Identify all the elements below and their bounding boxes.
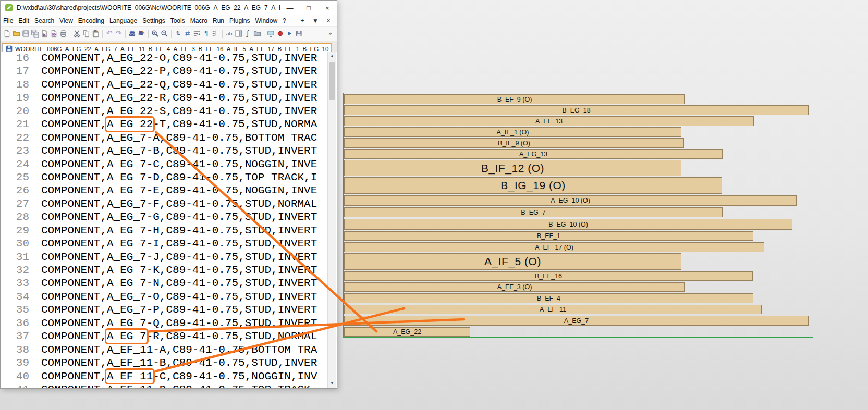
notepadpp-icon: [4, 3, 14, 13]
code-text[interactable]: COMPONENT,A_EG_22-S,C89-41-0.75,STUD,INV…: [41, 105, 317, 118]
menu-encoding[interactable]: Encoding: [76, 16, 107, 26]
code-text[interactable]: COMPONENT,A_EG_22-Q,C89-41-0.75,STUD,INV…: [41, 78, 317, 91]
menu-plugins[interactable]: Plugins: [227, 16, 252, 26]
menu-language[interactable]: Language: [107, 16, 140, 26]
diagram-bar: B_EG_7: [344, 207, 723, 217]
code-text[interactable]: COMPONENT,A_EG_7-P,C89-41-0.75,STUD,INVE…: [41, 303, 317, 316]
menu-search[interactable]: Search: [32, 16, 57, 26]
playback-macro-icon[interactable]: [285, 29, 294, 39]
code-text[interactable]: COMPONENT,A_EG_7-F,C89-41-0.75,STUD,NORM…: [41, 197, 317, 210]
menu-run[interactable]: Run: [210, 16, 227, 26]
document-map-icon[interactable]: [234, 29, 243, 39]
zoom-out-icon[interactable]: [160, 29, 169, 39]
line-number: 24: [1, 158, 29, 171]
code-text[interactable]: COMPONENT,A_EG_7-D,C89-41-0.75,TOP TRACK…: [41, 171, 317, 184]
code-text[interactable]: COMPONENT,A_EG_7-E,C89-41-0.75,NOGGIN,IN…: [41, 184, 317, 197]
close-tab-button[interactable]: ×: [325, 17, 332, 24]
svg-text:ab: ab: [226, 31, 233, 36]
editor[interactable]: 16COMPONENT,A_EG_22-O,C89-41-0.75,STUD,I…: [1, 52, 337, 388]
scroll-up-button[interactable]: ▲: [328, 52, 336, 60]
code-text[interactable]: COMPONENT,A_EG_7-I,C89-41-0.75,STUD,INVE…: [41, 237, 317, 250]
code-text[interactable]: COMPONENT,A_EG_22-P,C89-41-0.75,STUD,INV…: [41, 65, 317, 78]
svg-text:¶: ¶: [204, 30, 209, 37]
menu-help[interactable]: ?: [280, 16, 289, 26]
highlighted-token: A_EG_22: [107, 118, 153, 130]
copy-icon[interactable]: [82, 29, 91, 39]
save-icon[interactable]: [21, 29, 30, 39]
code-text[interactable]: COMPONENT,A_EG_7-O,C89-41-0.75,STUD,INVE…: [41, 290, 317, 303]
code-text[interactable]: COMPONENT,A_EG_22-O,C89-41-0.75,STUD,INV…: [41, 52, 317, 65]
menu-window[interactable]: Window: [252, 16, 280, 26]
function-list-icon[interactable]: ƒ: [243, 29, 252, 39]
paste-icon[interactable]: [91, 29, 100, 39]
code-text[interactable]: COMPONENT,A_EF_11-A,C89-41-0.75,BOTTOM T…: [41, 343, 317, 356]
close-all-files-icon[interactable]: [50, 29, 58, 39]
show-all-characters-icon[interactable]: ¶: [202, 29, 211, 39]
zoom-in-icon[interactable]: [151, 29, 160, 39]
code-text[interactable]: COMPONENT,A_EG_7-G,C89-41-0.75,STUD,INVE…: [41, 210, 317, 223]
code-text[interactable]: COMPONENT,A_EG_7-A,C89-41-0.75,BOTTOM TR…: [41, 131, 317, 144]
line-number: 30: [1, 237, 29, 250]
menu-macro[interactable]: Macro: [188, 16, 210, 26]
editor-line: 26COMPONENT,A_EG_7-E,C89-41-0.75,NOGGIN,…: [1, 184, 337, 197]
line-number: 16: [1, 52, 29, 65]
menu-edit[interactable]: Edit: [16, 16, 32, 26]
new-tab-button[interactable]: +: [299, 17, 306, 24]
undo-icon[interactable]: ↶: [105, 29, 114, 39]
close-file-icon[interactable]: [40, 29, 49, 39]
line-number: 35: [1, 303, 29, 316]
indent-guide-icon[interactable]: [211, 29, 220, 39]
diagram-bar: B_EF_9 (O): [344, 94, 685, 104]
print-icon[interactable]: [59, 29, 68, 39]
line-number: 34: [1, 290, 29, 303]
code-text[interactable]: COMPONENT,A_EF_11-B,C89-41-0.75,STUD,INV…: [41, 356, 317, 369]
code-text[interactable]: COMPONENT,A_EG_7-C,C89-41-0.75,NOGGIN,IN…: [41, 158, 317, 171]
open-file-icon[interactable]: [12, 29, 21, 39]
minimize-button[interactable]: —: [280, 1, 299, 15]
code-text[interactable]: COMPONENT,A_EG_7-Q,C89-41-0.75,STUD,INVE…: [41, 317, 317, 330]
code-text[interactable]: COMPONENT,A_EG_22-T,C89-41-0.75,STUD,NOR…: [41, 118, 317, 131]
replace-icon[interactable]: [137, 29, 146, 39]
monitoring-icon[interactable]: [266, 29, 275, 39]
code-text[interactable]: COMPONENT,A_EG_7-K,C89-41-0.75,STUD,INVE…: [41, 264, 317, 277]
overflow-icon[interactable]: »: [326, 29, 335, 39]
editor-line: 40COMPONENT,A_EF_11-C,C89-41-0.75,NOGGIN…: [1, 370, 337, 383]
line-number: 26: [1, 184, 29, 197]
code-text[interactable]: COMPONENT,A_EF_11-D,C89-41-0.75,TOP TRAC…: [41, 383, 317, 388]
word-wrap-icon[interactable]: [192, 29, 201, 39]
code-text[interactable]: COMPONENT,A_EG_7-J,C89-41-0.75,STUD,INVE…: [41, 251, 317, 264]
editor-line: 38COMPONENT,A_EF_11-A,C89-41-0.75,BOTTOM…: [1, 343, 337, 356]
diagram-bar: A_EG_13: [344, 149, 723, 159]
window-controls: —□×: [280, 1, 337, 15]
editor-line: 34COMPONENT,A_EG_7-O,C89-41-0.75,STUD,IN…: [1, 290, 337, 303]
code-text[interactable]: COMPONENT,A_EG_7-N,C89-41-0.75,STUD,INVE…: [41, 277, 317, 290]
record-macro-icon[interactable]: [276, 29, 285, 39]
menu-file[interactable]: File: [1, 16, 16, 26]
sync-horizontal-icon[interactable]: ⇄: [183, 29, 192, 39]
code-text[interactable]: COMPONENT,A_EG_7-R,C89-41-0.75,STUD,NORM…: [41, 330, 317, 343]
sync-vertical-icon[interactable]: ⇅: [174, 29, 182, 39]
new-file-icon[interactable]: [3, 29, 11, 39]
vertical-scrollbar[interactable]: ▲ ▼: [327, 52, 336, 388]
tab-list-button[interactable]: ▼: [312, 17, 319, 24]
save-all-icon[interactable]: [31, 29, 40, 39]
code-text[interactable]: COMPONENT,A_EG_7-H,C89-41-0.75,STUD,INVE…: [41, 224, 317, 237]
menu-tools[interactable]: Tools: [168, 16, 188, 26]
toolbar: ↶↷⇅⇄¶abƒ»: [1, 26, 337, 41]
cut-icon[interactable]: [72, 29, 81, 39]
define-language-icon[interactable]: ab: [225, 29, 234, 39]
code-text[interactable]: COMPONENT,A_EF_11-C,C89-41-0.75,NOGGIN,I…: [41, 370, 317, 383]
close-button[interactable]: ×: [318, 1, 337, 15]
scroll-down-button[interactable]: ▼: [328, 379, 336, 388]
scroll-thumb[interactable]: [329, 62, 335, 100]
code-text[interactable]: COMPONENT,A_EG_22-R,C89-41-0.75,STUD,INV…: [41, 91, 317, 104]
save-macro-icon[interactable]: [295, 29, 303, 39]
maximize-button[interactable]: □: [299, 1, 318, 15]
find-icon[interactable]: [128, 29, 137, 39]
menu-settings[interactable]: Settings: [140, 16, 167, 26]
redo-icon[interactable]: ↷: [114, 29, 123, 39]
folder-as-workspace-icon[interactable]: [253, 29, 262, 39]
code-text[interactable]: COMPONENT,A_EG_7-B,C89-41-0.75,STUD,INVE…: [41, 144, 317, 157]
line-number: 19: [1, 91, 29, 104]
menu-view[interactable]: View: [57, 16, 76, 26]
